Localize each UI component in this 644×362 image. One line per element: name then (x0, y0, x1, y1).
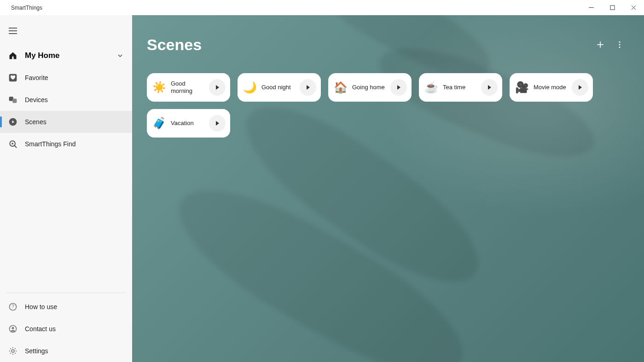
maximize-icon (610, 5, 615, 10)
play-icon (487, 85, 492, 90)
sidebar-item-find[interactable]: SmartThings Find (0, 133, 132, 155)
more-button[interactable] (610, 35, 629, 54)
run-scene-button[interactable] (572, 79, 588, 96)
window-buttons (580, 0, 644, 15)
help-icon: ? (7, 302, 18, 311)
svg-point-18 (12, 350, 14, 352)
scene-label: Going home (348, 84, 390, 91)
sidebar: My Home Favorite Devices Scenes (0, 15, 132, 362)
sidebar-item-label: Favorite (25, 74, 48, 81)
suitcase-icon: 🧳 (152, 116, 166, 130)
scene-label: Tea time (438, 84, 481, 91)
heart-square-icon (7, 73, 18, 82)
minimize-icon (589, 5, 594, 10)
scene-card-going-home[interactable]: 🏠 Going home (328, 73, 412, 102)
maximize-button[interactable] (602, 0, 623, 15)
scene-label: Movie mode (529, 84, 572, 91)
svg-line-13 (14, 145, 16, 147)
svg-line-23 (10, 348, 11, 349)
main-content: Scenes ☀️ Good morning 🌙 (132, 15, 644, 362)
svg-point-17 (12, 327, 14, 329)
cup-icon: ☕ (424, 80, 438, 94)
sidebar-item-howto[interactable]: ? How to use (0, 296, 132, 318)
scene-card-tea-time[interactable]: ☕ Tea time (419, 73, 502, 102)
page-title: Scenes (147, 36, 591, 54)
sidebar-item-label: SmartThings Find (25, 140, 75, 148)
svg-point-30 (619, 44, 621, 46)
house-icon: 🏠 (334, 80, 348, 94)
sidebar-item-label: Contact us (25, 325, 56, 333)
sidebar-item-label: Scenes (25, 118, 46, 126)
scene-card-movie-mode[interactable]: 🎥 Movie mode (510, 73, 593, 102)
sidebar-item-devices[interactable]: Devices (0, 89, 132, 111)
minimize-button[interactable] (580, 0, 602, 15)
devices-icon (7, 95, 18, 104)
gear-icon (7, 346, 18, 356)
run-scene-button[interactable] (390, 79, 407, 96)
chevron-down-icon (117, 53, 123, 58)
sidebar-item-contact[interactable]: Contact us (0, 318, 132, 340)
scene-card-good-morning[interactable]: ☀️ Good morning (147, 73, 230, 102)
scene-label: Vacation (166, 120, 209, 127)
menu-toggle-button[interactable] (2, 22, 24, 40)
close-icon (631, 5, 636, 10)
svg-point-12 (12, 143, 13, 144)
moon-icon: 🌙 (243, 80, 257, 94)
add-scene-button[interactable] (591, 35, 610, 54)
svg-rect-9 (12, 99, 17, 103)
scene-grid: ☀️ Good morning 🌙 Good night 🏠 Going hom (147, 73, 629, 138)
sidebar-item-scenes[interactable]: Scenes (0, 111, 132, 133)
sidebar-item-favorite[interactable]: Favorite (0, 67, 132, 89)
scene-label: Good night (257, 84, 300, 91)
play-icon (396, 85, 401, 90)
sidebar-item-settings[interactable]: Settings (0, 340, 132, 362)
close-button[interactable] (623, 0, 644, 15)
play-icon (215, 121, 220, 126)
contact-icon (7, 324, 18, 333)
run-scene-button[interactable] (481, 79, 498, 96)
svg-text:?: ? (12, 304, 14, 309)
scene-card-vacation[interactable]: 🧳 Vacation (147, 109, 230, 138)
play-icon (305, 85, 311, 90)
play-icon (215, 85, 220, 90)
svg-line-25 (10, 353, 11, 354)
home-label: My Home (25, 51, 117, 60)
svg-point-31 (619, 46, 621, 48)
play-icon (577, 85, 583, 90)
sidebar-item-label: How to use (25, 303, 57, 310)
sidebar-item-label: Devices (25, 96, 48, 103)
window-title: SmartThings (11, 5, 42, 11)
sidebar-divider (6, 293, 126, 293)
sun-icon: ☀️ (152, 80, 166, 94)
home-selector[interactable]: My Home (0, 45, 132, 67)
plus-icon (596, 40, 605, 49)
svg-point-29 (619, 41, 621, 43)
run-scene-button[interactable] (209, 115, 226, 132)
svg-line-24 (15, 353, 16, 354)
camera-icon: 🎥 (515, 80, 529, 94)
svg-rect-1 (610, 6, 615, 10)
home-icon (7, 51, 18, 60)
sidebar-item-label: Settings (25, 347, 48, 355)
title-bar: SmartThings (0, 0, 644, 15)
run-scene-button[interactable] (300, 79, 316, 96)
play-circle-icon (7, 117, 18, 126)
hamburger-icon (9, 28, 17, 34)
location-search-icon (7, 139, 18, 149)
page-header: Scenes (147, 31, 629, 58)
more-vertical-icon (615, 40, 624, 49)
scene-label: Good morning (166, 80, 209, 94)
run-scene-button[interactable] (209, 79, 226, 96)
scene-card-good-night[interactable]: 🌙 Good night (238, 73, 321, 102)
svg-line-26 (15, 348, 16, 349)
